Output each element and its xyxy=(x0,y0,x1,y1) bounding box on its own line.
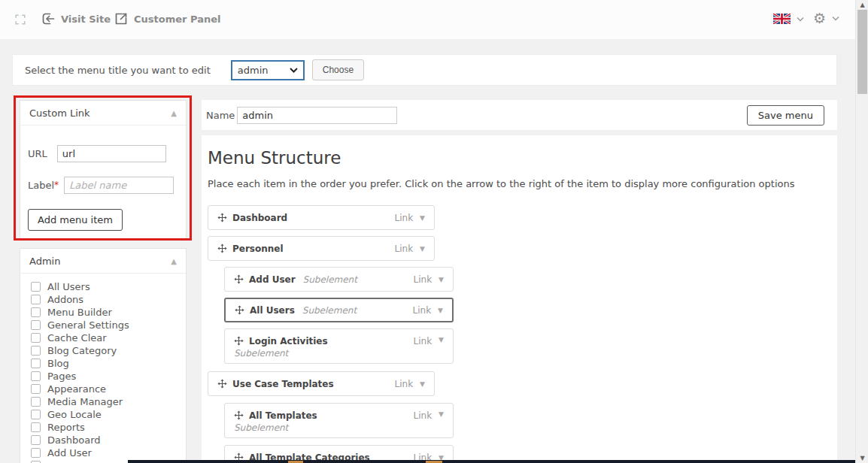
checkbox-item[interactable]: Blog Category xyxy=(31,344,129,357)
checkbox-item[interactable]: Add User xyxy=(31,446,129,459)
url-input[interactable] xyxy=(57,145,166,162)
admin-checkbox-list: All Users Addons Menu Builder General Se… xyxy=(31,280,129,463)
checkbox[interactable] xyxy=(31,384,41,394)
customer-panel-button[interactable]: Customer Panel xyxy=(114,12,220,26)
subelement-label: Subelement xyxy=(234,422,288,433)
checkbox-item[interactable]: All Users xyxy=(31,280,129,293)
add-menu-item-button[interactable]: Add menu item xyxy=(28,209,123,231)
checkbox[interactable] xyxy=(31,410,41,419)
checkbox[interactable] xyxy=(31,346,41,356)
checkbox[interactable] xyxy=(31,359,41,368)
move-icon[interactable] xyxy=(235,305,244,315)
move-icon[interactable] xyxy=(234,336,244,346)
checkbox-item[interactable]: Appearance xyxy=(31,383,129,395)
vertical-scrollbar[interactable]: ▲ ▼ xyxy=(855,0,868,463)
chevron-down-icon xyxy=(832,16,839,21)
move-icon[interactable] xyxy=(217,379,227,389)
external-link-icon xyxy=(114,12,128,26)
move-icon[interactable] xyxy=(217,244,227,253)
menu-item-use-case-templates[interactable]: Use Case Templates Link ▼ xyxy=(208,371,435,396)
expand-arrow-icon[interactable]: ▼ xyxy=(439,336,444,343)
subelement-label: Subelement xyxy=(302,305,357,316)
menu-item-dashboard[interactable]: Dashboard Link ▼ xyxy=(208,205,435,230)
settings-menu[interactable]: ⚙ xyxy=(813,11,839,26)
checkbox-item[interactable]: General Settings xyxy=(31,319,129,331)
checkbox[interactable] xyxy=(31,307,41,317)
checkbox[interactable] xyxy=(31,422,41,432)
collapse-arrow-icon[interactable]: ▲ xyxy=(171,109,177,117)
expand-arrow-icon[interactable]: ▼ xyxy=(420,245,425,253)
checkbox-item[interactable] xyxy=(31,459,129,463)
checkbox[interactable] xyxy=(31,295,41,304)
label-field-row: Label* xyxy=(28,177,174,194)
fullscreen-button[interactable] xyxy=(15,14,26,25)
topbar: Visit Site Customer Panel ⚙ xyxy=(0,0,855,39)
checkbox-item[interactable]: Menu Builder xyxy=(31,306,129,319)
menu-structure-panel: Menu Structure Place each item in the or… xyxy=(202,135,837,463)
visit-site-button[interactable]: Visit Site xyxy=(41,12,111,26)
move-icon[interactable] xyxy=(234,274,244,284)
checkbox[interactable] xyxy=(31,448,41,458)
visit-site-label: Visit Site xyxy=(61,14,111,25)
menu-structure-description: Place each item in the order you prefer.… xyxy=(208,178,795,189)
expand-arrow-icon[interactable]: ▼ xyxy=(439,276,444,283)
menu-item-add-user[interactable]: Add User Subelement Link ▼ xyxy=(224,267,454,292)
menu-item-personnel[interactable]: Personnel Link ▼ xyxy=(208,236,435,261)
collapse-arrow-icon[interactable]: ▲ xyxy=(171,257,177,265)
checkbox-item[interactable]: Blog xyxy=(31,357,129,370)
uk-flag-icon xyxy=(773,14,791,24)
checkbox-item[interactable]: Reports xyxy=(31,421,129,434)
checkbox[interactable] xyxy=(31,371,41,381)
menu-title-selected-value: admin xyxy=(238,65,269,76)
admin-panel-title: Admin xyxy=(29,256,60,267)
expand-arrow-icon[interactable]: ▼ xyxy=(439,410,444,418)
chevron-down-icon xyxy=(797,17,804,22)
menu-item-all-templates[interactable]: All Templates Link ▼ Subelement xyxy=(224,403,454,438)
admin-panel-header[interactable]: Admin ▲ xyxy=(20,249,186,274)
expand-arrow-icon[interactable]: ▼ xyxy=(438,307,443,314)
menu-name-input[interactable] xyxy=(237,107,397,124)
gear-icon: ⚙ xyxy=(813,11,826,26)
custom-link-panel-header[interactable]: Custom Link ▲ xyxy=(20,101,186,126)
name-label: Name xyxy=(206,110,235,121)
scrollbar-thumb[interactable] xyxy=(857,10,867,94)
menu-item-login-activities[interactable]: Login Activities Link ▼ Subelement xyxy=(224,328,454,364)
subelement-label: Subelement xyxy=(234,348,288,359)
visit-site-icon xyxy=(41,12,55,26)
label-input[interactable] xyxy=(64,177,174,194)
move-icon[interactable] xyxy=(234,410,244,420)
language-switcher[interactable] xyxy=(773,14,804,24)
label-field-label: Label* xyxy=(28,180,59,191)
checkbox[interactable] xyxy=(31,397,41,407)
checkbox-item[interactable]: Pages xyxy=(31,370,129,383)
checkbox[interactable] xyxy=(31,333,41,343)
menu-structure-title: Menu Structure xyxy=(208,148,341,168)
link-type-label: Link xyxy=(395,379,414,389)
link-type-label: Link xyxy=(395,244,414,254)
taskbar-edge xyxy=(128,460,855,463)
menu-title-select[interactable]: admin xyxy=(231,60,305,80)
checkbox-item[interactable]: Addons xyxy=(31,293,129,306)
choose-button[interactable]: Choose xyxy=(312,59,364,80)
checkbox-item[interactable]: Media Manager xyxy=(31,395,129,408)
checkbox[interactable] xyxy=(31,320,41,330)
move-icon[interactable] xyxy=(217,213,227,222)
menu-item-all-users[interactable]: All Users Subelement Link ▼ xyxy=(224,298,454,322)
checkbox[interactable] xyxy=(31,435,41,445)
expand-arrow-icon[interactable]: ▼ xyxy=(420,380,425,388)
link-type-label: Link xyxy=(414,336,432,346)
scroll-down-icon[interactable]: ▼ xyxy=(856,455,868,461)
url-label: URL xyxy=(28,148,47,159)
checkbox-item[interactable]: Dashboard xyxy=(31,434,129,446)
checkbox[interactable] xyxy=(31,282,41,292)
required-asterisk: * xyxy=(54,180,59,190)
custom-link-panel: Custom Link ▲ URL Label* Add menu item xyxy=(20,100,187,241)
expand-arrow-icon[interactable]: ▼ xyxy=(420,214,425,222)
checkbox-item[interactable]: Geo Locale xyxy=(31,408,129,421)
checkbox-item[interactable]: Cache Clear xyxy=(31,331,129,344)
link-type-label: Link xyxy=(414,274,432,285)
save-menu-button[interactable]: Save menu xyxy=(747,105,824,126)
menu-select-bar: Select the menu title you want to edit a… xyxy=(12,54,837,86)
link-type-label: Link xyxy=(395,213,414,223)
scroll-up-icon[interactable]: ▲ xyxy=(856,2,868,8)
